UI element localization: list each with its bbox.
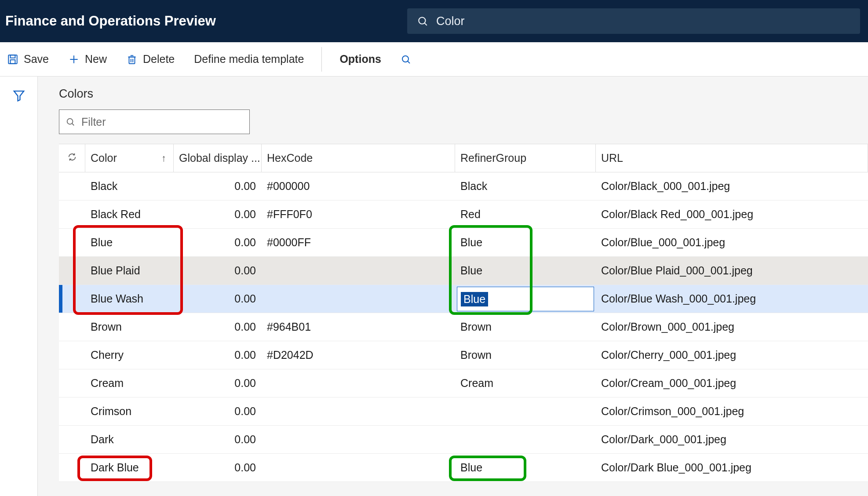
cell-color[interactable]: Blue (85, 236, 174, 249)
body: Colors (0, 77, 868, 496)
table-row[interactable]: Black0.00#000000BlackColor/Black_000_001… (59, 172, 868, 201)
cell-hexcode[interactable]: #000000 (262, 180, 455, 193)
delete-label: Delete (143, 53, 175, 66)
cell-global-display[interactable]: 0.00 (174, 405, 262, 418)
table-row[interactable]: Brown0.00#964B01BrownColor/Brown_000_001… (59, 313, 868, 341)
options-label: Options (339, 53, 381, 66)
cell-url[interactable]: Color/Blue_000_001.jpeg (596, 236, 868, 249)
table-row[interactable]: Crimson0.00Color/Crimson_000_001.jpeg (59, 398, 868, 426)
cell-global-display[interactable]: 0.00 (174, 208, 262, 221)
cell-url[interactable]: Color/Dark_000_001.jpeg (596, 433, 868, 446)
column-header-gdisplay-label: Global display ... (179, 152, 260, 164)
cell-url[interactable]: Color/Brown_000_001.jpeg (596, 321, 868, 333)
cell-global-display[interactable]: 0.00 (174, 180, 262, 193)
refiner-group-editor[interactable]: Blue (457, 287, 594, 311)
column-header-color-label: Color (91, 152, 117, 164)
cell-url[interactable]: Color/Cherry_000_001.jpeg (596, 349, 868, 361)
svg-marker-14 (14, 91, 24, 101)
cell-refiner-group[interactable]: Blue (455, 264, 596, 277)
cell-url[interactable]: Color/Dark Blue_000_001.jpeg (596, 461, 868, 474)
table-row[interactable]: Blue0.00#0000FFBlueColor/Blue_000_001.jp… (59, 229, 868, 257)
cell-global-display[interactable]: 0.00 (174, 377, 262, 390)
grid-header-row: Color ↑ Global display ... HexCode Refin… (59, 144, 868, 172)
cell-color[interactable]: Cherry (85, 349, 174, 361)
column-header-hex-label: HexCode (267, 152, 313, 164)
column-header-color[interactable]: Color ↑ (85, 144, 174, 172)
cell-url[interactable]: Color/Blue Plaid_000_001.jpeg (596, 264, 868, 277)
table-row[interactable]: Cream0.00CreamColor/Cream_000_001.jpeg (59, 369, 868, 398)
cell-url[interactable]: Color/Cream_000_001.jpeg (596, 377, 868, 390)
cell-url[interactable]: Color/Blue Wash_000_001.jpeg (596, 292, 868, 305)
cell-url[interactable]: Color/Black Red_000_001.jpeg (596, 208, 868, 221)
plus-icon (68, 54, 80, 65)
cell-color[interactable]: Crimson (85, 405, 174, 418)
column-header-url[interactable]: URL (596, 144, 868, 172)
table-row[interactable]: Cherry0.00#D2042DBrownColor/Cherry_000_0… (59, 341, 868, 369)
cell-global-display[interactable]: 0.00 (174, 236, 262, 249)
sort-ascending-icon: ↑ (161, 153, 166, 164)
cell-global-display[interactable]: 0.00 (174, 433, 262, 446)
cell-refiner-group[interactable]: Blue (455, 236, 596, 249)
table-row[interactable]: Dark0.00Color/Dark_000_001.jpeg (59, 426, 868, 454)
cell-url[interactable]: Color/Black_000_001.jpeg (596, 180, 868, 193)
table-row[interactable]: Black Red0.00#FFF0F0RedColor/Black Red_0… (59, 201, 868, 229)
save-button[interactable]: Save (5, 48, 51, 70)
content: Colors (38, 77, 868, 496)
colors-grid: Color ↑ Global display ... HexCode Refin… (59, 144, 868, 482)
cell-color[interactable]: Dark (85, 433, 174, 446)
cell-color[interactable]: Blue Wash (85, 292, 174, 305)
global-search[interactable] (407, 8, 860, 34)
cell-color[interactable]: Blue Plaid (85, 264, 174, 277)
cell-refiner-group[interactable]: Red (455, 208, 596, 221)
cell-refiner-group[interactable]: Black (455, 180, 596, 193)
options-button[interactable]: Options (338, 48, 383, 70)
cell-global-display[interactable]: 0.00 (174, 349, 262, 361)
cell-global-display[interactable]: 0.00 (174, 321, 262, 333)
refiner-group-editor-selection: Blue (461, 292, 488, 306)
new-button[interactable]: New (66, 48, 109, 70)
cell-hexcode[interactable]: #FFF0F0 (262, 208, 455, 221)
command-search-button[interactable] (399, 50, 413, 69)
refresh-column-header[interactable] (59, 144, 85, 172)
filter-pane-button[interactable] (12, 89, 26, 496)
cell-color[interactable]: Brown (85, 321, 174, 333)
cell-hexcode[interactable]: #0000FF (262, 236, 455, 249)
command-divider (321, 47, 322, 72)
new-label: New (85, 53, 107, 66)
cell-global-display[interactable]: 0.00 (174, 264, 262, 277)
app-title: Finance and Operations Preview (5, 13, 216, 29)
column-header-hex[interactable]: HexCode (262, 144, 455, 172)
cell-color[interactable]: Cream (85, 377, 174, 390)
table-row[interactable]: Dark Blue0.00BlueColor/Dark Blue_000_001… (59, 454, 868, 482)
cell-refiner-group[interactable]: Cream (455, 377, 596, 390)
define-media-template-button[interactable]: Define media template (192, 48, 306, 70)
page-title: Colors (59, 87, 868, 101)
cell-refiner-group[interactable]: Blue (455, 461, 596, 474)
quick-filter-input[interactable] (81, 116, 243, 128)
global-search-input[interactable] (436, 15, 850, 28)
cell-refiner-group[interactable]: Brown (455, 321, 596, 333)
column-header-gdisplay[interactable]: Global display ... (174, 144, 262, 172)
svg-point-0 (419, 17, 425, 24)
cell-color[interactable]: Black Red (85, 208, 174, 221)
svg-line-1 (424, 23, 427, 25)
save-label: Save (24, 53, 49, 66)
cell-global-display[interactable]: 0.00 (174, 461, 262, 474)
cell-color[interactable]: Black (85, 180, 174, 193)
svg-line-16 (72, 124, 74, 126)
svg-point-15 (67, 119, 73, 124)
delete-button[interactable]: Delete (124, 48, 176, 70)
svg-rect-3 (11, 55, 15, 58)
cell-hexcode[interactable]: #D2042D (262, 349, 455, 361)
cell-global-display[interactable]: 0.00 (174, 292, 262, 305)
cell-url[interactable]: Color/Crimson_000_001.jpeg (596, 405, 868, 418)
search-icon (66, 117, 75, 127)
cell-refiner-group[interactable]: Brown (455, 349, 596, 361)
cell-hexcode[interactable]: #964B01 (262, 321, 455, 333)
table-row[interactable]: Blue Plaid0.00BlueColor/Blue Plaid_000_0… (59, 257, 868, 285)
column-header-refiner[interactable]: RefinerGroup (455, 144, 596, 172)
svg-rect-2 (8, 55, 17, 64)
left-rail (0, 77, 38, 496)
quick-filter[interactable] (59, 109, 250, 134)
cell-color[interactable]: Dark Blue (85, 461, 174, 474)
